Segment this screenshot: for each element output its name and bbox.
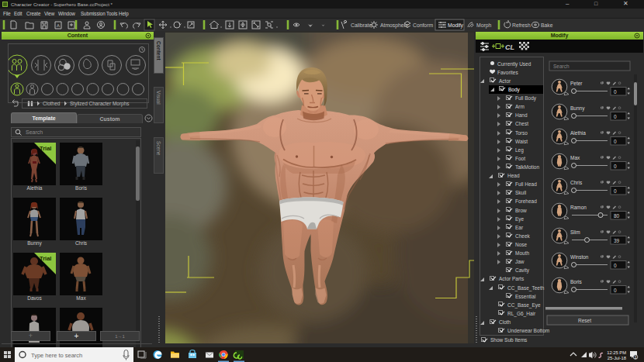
svg-text:0: 0 xyxy=(614,288,617,293)
svg-text:0: 0 xyxy=(614,89,617,95)
svg-text:Slim: Slim xyxy=(570,229,580,235)
svg-text:1: 1 xyxy=(635,355,637,360)
svg-text:80: 80 xyxy=(614,213,620,219)
svg-text:39: 39 xyxy=(614,238,620,243)
svg-text:CL: CL xyxy=(505,43,514,51)
svg-text:Clothed: Clothed xyxy=(43,101,61,106)
svg-text:Type here to search: Type here to search xyxy=(31,352,82,359)
svg-text:Max: Max xyxy=(570,155,580,160)
svg-text:A: A xyxy=(57,23,60,28)
svg-text:25-Jul-18: 25-Jul-18 xyxy=(608,356,626,360)
svg-text:Reset: Reset xyxy=(578,318,591,323)
svg-text:Chris: Chris xyxy=(570,180,583,185)
svg-text:0: 0 xyxy=(614,164,617,169)
svg-text:Calibrate: Calibrate xyxy=(351,22,372,28)
svg-text:Ramon: Ramon xyxy=(570,205,587,210)
svg-text:Winston: Winston xyxy=(570,254,589,260)
svg-text:Search: Search xyxy=(553,64,570,69)
svg-text:Trial: Trial xyxy=(40,145,51,152)
svg-text:Morph: Morph xyxy=(476,22,491,29)
svg-text:Peter: Peter xyxy=(570,81,583,86)
svg-text:Alethia: Alethia xyxy=(570,130,586,136)
svg-text:0: 0 xyxy=(614,114,617,119)
svg-text:Trial: Trial xyxy=(40,255,51,262)
svg-text:Conform: Conform xyxy=(413,22,433,28)
svg-text:0: 0 xyxy=(614,188,617,194)
svg-text:Modify: Modify xyxy=(448,22,464,29)
svg-text:Bake: Bake xyxy=(541,22,553,28)
svg-text:Bunny: Bunny xyxy=(570,105,585,112)
svg-text:12:25 PM: 12:25 PM xyxy=(607,350,626,355)
svg-text:Stylized Character Morphs: Stylized Character Morphs xyxy=(70,101,130,107)
svg-text:Refresh: Refresh xyxy=(512,22,531,28)
svg-text:0: 0 xyxy=(614,139,617,144)
svg-text:0: 0 xyxy=(614,263,617,268)
svg-text:Boris: Boris xyxy=(570,279,583,284)
svg-text:Atmosphere: Atmosphere xyxy=(380,22,409,29)
